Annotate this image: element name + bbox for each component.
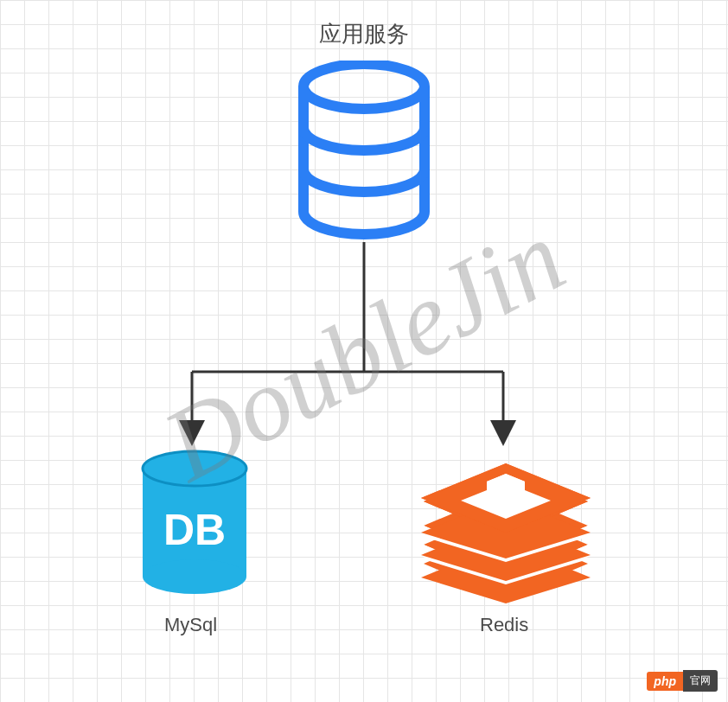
diagram-title: 应用服务	[319, 19, 409, 49]
mysql-label: MySql	[164, 614, 217, 636]
svg-point-0	[303, 64, 425, 109]
source-badge: php 官网	[647, 670, 718, 692]
badge-left: php	[647, 672, 683, 691]
svg-point-3	[143, 559, 246, 594]
app-service-db-icon	[295, 61, 433, 246]
mysql-db-text: DB	[163, 506, 226, 554]
badge-right: 官网	[683, 670, 718, 692]
redis-icon	[411, 458, 601, 609]
redis-label: Redis	[480, 614, 528, 636]
mysql-db-icon: DB	[138, 450, 251, 600]
